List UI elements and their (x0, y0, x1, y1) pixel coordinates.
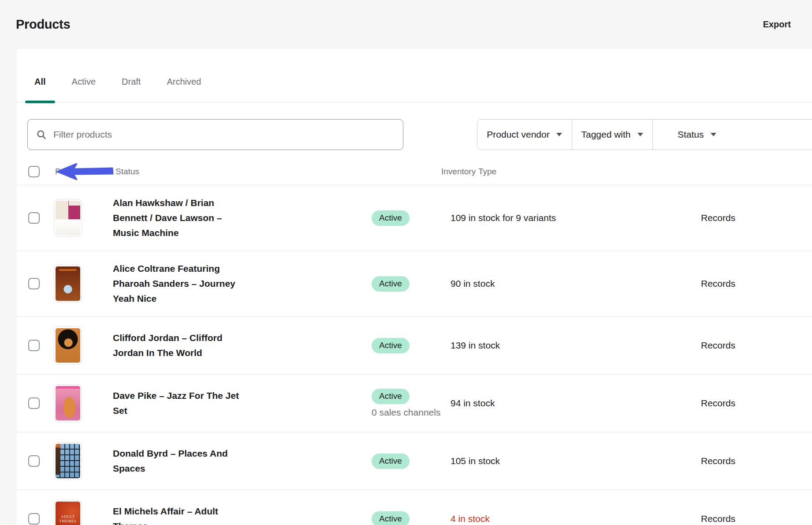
row-checkbox[interactable] (28, 340, 40, 351)
inventory-value: 94 in stock (451, 398, 701, 409)
filter-dropdown-group: Product vendor Tagged with Status (477, 119, 812, 150)
column-header-inventory: Inventory (372, 167, 451, 176)
dropdown-label: Status (678, 129, 704, 140)
tab-draft[interactable]: Draft (112, 62, 150, 102)
product-title[interactable]: Clifford Jordan – CliffordJordan In The … (113, 330, 372, 360)
product-thumbnail (54, 327, 82, 364)
album-cover-art (56, 201, 80, 235)
type-value: Records (701, 340, 812, 351)
product-row[interactable]: Clifford Jordan – CliffordJordan In The … (16, 317, 812, 375)
export-button[interactable]: Export (763, 19, 791, 30)
type-value: Records (701, 278, 812, 289)
status-badge: Active (372, 338, 410, 353)
search-input[interactable] (53, 129, 395, 140)
product-title[interactable]: Dave Pike – Jazz For The JetSet (113, 388, 372, 418)
type-value: Records (701, 398, 812, 409)
inventory-value: 4 in stock (451, 514, 701, 524)
product-row[interactable]: ADULT THEMES El Michels Affair – AdultTh… (16, 490, 812, 525)
table-body: Alan Hawkshaw / BrianBennett / Dave Laws… (16, 185, 812, 525)
row-checkbox[interactable] (28, 398, 40, 409)
products-card: AllActiveDraftArchived Product vendor Ta… (16, 49, 812, 525)
page-header: Products Export (0, 0, 812, 49)
album-cover-art (56, 444, 80, 478)
album-cover-art (56, 266, 80, 301)
filter-search-box[interactable] (27, 119, 403, 150)
tab-active[interactable]: Active (63, 62, 105, 102)
column-header-status: Status (113, 167, 372, 176)
dropdown-label: Product vendor (487, 129, 549, 140)
table-header-row: ProductStatusInventoryType (16, 158, 812, 185)
type-value: Records (701, 456, 812, 466)
thumbnail-text: ADULT THEMES (59, 514, 77, 523)
column-header-type: Type (451, 167, 701, 176)
filter-dropdown-product-vendor[interactable]: Product vendor (477, 120, 572, 150)
album-cover-art: ADULT THEMES (56, 502, 80, 525)
column-header-product: Product (55, 167, 113, 176)
product-title[interactable]: Alan Hawkshaw / BrianBennett / Dave Laws… (113, 195, 372, 240)
inventory-value: 109 in stock for 9 variants (451, 213, 701, 223)
tab-bar: AllActiveDraftArchived (16, 49, 812, 102)
album-cover-art (56, 386, 80, 420)
product-row[interactable]: Donald Byrd – Places AndSpaces Active 10… (16, 432, 812, 490)
tab-label: All (34, 77, 46, 87)
status-badge: Active (372, 210, 410, 226)
product-title[interactable]: El Michels Affair – AdultThemes (113, 504, 372, 525)
inventory-value: 105 in stock (451, 456, 701, 466)
product-title[interactable]: Alice Coltrane FeaturingPharoah Sanders … (113, 261, 372, 306)
product-thumbnail: ADULT THEMES (54, 500, 82, 525)
row-checkbox[interactable] (28, 455, 40, 467)
select-all-checkbox[interactable] (28, 166, 40, 177)
tab-archived[interactable]: Archived (157, 62, 210, 102)
status-badge: Active (372, 511, 410, 525)
search-icon (36, 129, 47, 140)
type-value: Records (701, 213, 812, 223)
caret-down-icon (637, 132, 644, 137)
row-checkbox[interactable] (28, 278, 40, 289)
type-value: Records (701, 514, 812, 524)
filter-dropdown-status[interactable]: Status (652, 120, 812, 150)
album-cover-art (56, 328, 80, 363)
product-row[interactable]: Alice Coltrane FeaturingPharoah Sanders … (16, 251, 812, 317)
product-thumbnail (54, 199, 82, 236)
dropdown-label: Tagged with (581, 129, 630, 140)
filter-toolbar: Product vendor Tagged with Status (16, 102, 812, 158)
inventory-value: 90 in stock (451, 278, 701, 289)
product-thumbnail (54, 442, 82, 480)
status-badge: Active (372, 276, 410, 292)
status-badge: Active (372, 454, 410, 469)
product-thumbnail (54, 385, 82, 422)
row-checkbox[interactable] (28, 513, 40, 525)
caret-down-icon (710, 132, 717, 137)
product-row[interactable]: Alan Hawkshaw / BrianBennett / Dave Laws… (16, 185, 812, 251)
inventory-value: 139 in stock (451, 340, 701, 351)
tab-label: Archived (167, 77, 201, 87)
tab-all[interactable]: All (25, 62, 55, 102)
tab-label: Active (72, 77, 96, 87)
status-badge: Active (372, 389, 410, 404)
product-title[interactable]: Donald Byrd – Places AndSpaces (113, 446, 372, 476)
caret-down-icon (556, 132, 562, 137)
page-title: Products (16, 17, 70, 32)
status-note: 0 sales channels (372, 407, 451, 418)
row-checkbox[interactable] (28, 212, 40, 224)
filter-dropdown-tagged-with[interactable]: Tagged with (572, 120, 652, 150)
product-thumbnail (54, 265, 82, 302)
tab-label: Draft (122, 77, 141, 87)
product-row[interactable]: Dave Pike – Jazz For The JetSet Active 0… (16, 375, 812, 432)
